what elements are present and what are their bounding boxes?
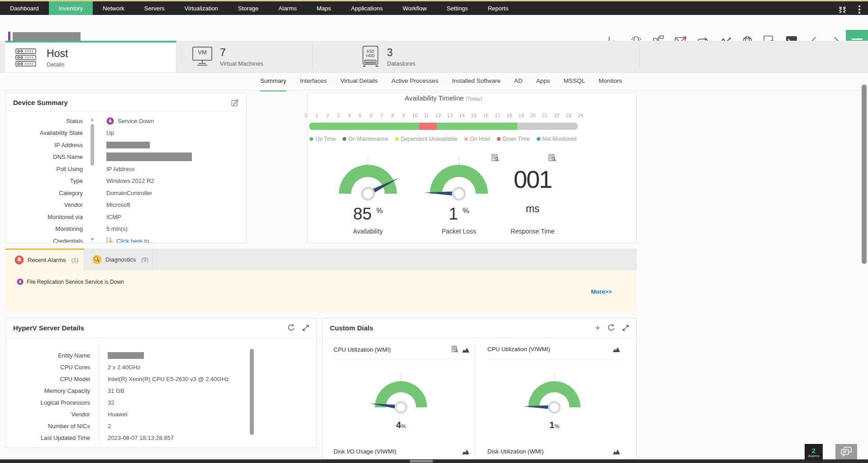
page-scrollbar-thumb[interactable] [862, 85, 867, 264]
nav-storage[interactable]: Storage [228, 1, 269, 15]
tab-diagnostics[interactable]: Diagnostics (9) [84, 248, 153, 270]
scroll-down-icon[interactable]: ▼ [89, 237, 95, 242]
credentials-link[interactable]: Click here to... [116, 238, 154, 243]
service-down-icon [106, 117, 114, 125]
timeline-hour-label: 6 [369, 113, 373, 118]
horizontal-scrollbar-track[interactable] [0, 459, 868, 463]
alarms-badge[interactable]: 2 Alarms [805, 444, 823, 460]
packet-loss-gauge [420, 152, 497, 203]
availability-title-range: (Today) [466, 96, 482, 101]
device-name-redacted [13, 32, 81, 41]
timeline-hour-label: 10 [412, 113, 418, 118]
cpu-model-value: Intel(R) Xeon(R) CPU E5-2630 v3 @ 2.40GH… [108, 376, 229, 382]
hyperv-scrollbar-thumb[interactable] [250, 349, 254, 435]
recent-alarms-icon [14, 255, 24, 265]
cpu-viwmi-gauge [520, 370, 589, 415]
timeline-bar[interactable] [309, 123, 578, 130]
hyperv-panel: HyperV Server Details Entity Name CPU Co… [5, 318, 317, 448]
device-summary-title: Device Summary [13, 99, 68, 106]
timeline-hour-label: 19 [519, 113, 524, 118]
subtab-summary[interactable]: Summary [260, 72, 286, 91]
add-dial-icon[interactable]: + [595, 325, 600, 331]
poll-using-value: IP Address [106, 166, 135, 172]
tab-host-details[interactable]: Host Details [5, 41, 176, 72]
packet-loss-report-icon[interactable] [489, 152, 501, 164]
response-time-report-icon[interactable] [546, 152, 558, 164]
response-time-label: Response Time [496, 228, 569, 235]
device-summary-scrollbar[interactable]: ▲ ▼ [89, 117, 95, 242]
device-summary-rows: Status Service Down Availability State U… [6, 115, 246, 243]
vm-icon: VM [192, 47, 213, 67]
expand-icon[interactable] [622, 325, 629, 331]
subtab-interfaces[interactable]: Interfaces [300, 72, 327, 91]
nav-settings[interactable]: Settings [437, 1, 478, 15]
memory-capacity-value: 31 GB [108, 387, 124, 394]
cpu-viwmi-dial-header: CPU Utilization (VIWMI) [487, 346, 620, 353]
dial-graph-icon[interactable] [462, 449, 469, 454]
timeline-hour-label: 22 [554, 113, 559, 118]
timeline-hour-label: 0 [304, 113, 308, 118]
timeline-hour-label: 11 [424, 113, 429, 118]
cpu-wmi-gauge [366, 370, 436, 415]
tab-divider [639, 44, 640, 69]
expand-icon[interactable] [302, 325, 309, 331]
subtab-installed-software[interactable]: Installed Software [452, 72, 501, 91]
status-value: Service Down [118, 118, 154, 124]
timeline-hour-label: 1 [315, 113, 319, 118]
subtab-monitors[interactable]: Monitors [599, 72, 622, 91]
nav-alarms[interactable]: Alarms [268, 1, 306, 15]
dials-divider [474, 342, 475, 457]
entity-tabstrip: Host Details VM 7 Virtual Machines [0, 41, 868, 73]
tab-virtual-machines[interactable]: VM 7 Virtual Machines [176, 41, 312, 72]
subtab-mssql[interactable]: MSSQL [564, 72, 585, 91]
alarms-more-link[interactable]: More>> [591, 288, 612, 295]
dial-graph-icon[interactable] [613, 449, 620, 454]
nav-dashboard[interactable]: Dashboard [0, 1, 49, 15]
dial-header-underline [334, 359, 466, 359]
subtab-apps[interactable]: Apps [536, 72, 550, 91]
nav-network[interactable]: Network [93, 1, 134, 15]
subtab-virtual-details[interactable]: Virtual Details [340, 72, 378, 91]
row-logical-processors: Logical Processors 32 [6, 396, 316, 408]
edit-icon[interactable] [231, 99, 239, 106]
recent-alarms-count: (1) [72, 257, 79, 263]
refresh-icon[interactable] [607, 324, 615, 332]
nav-servers[interactable]: Servers [134, 1, 175, 15]
dial-report-icon[interactable] [451, 346, 458, 353]
alarm-item[interactable]: File Replication Service Service is Down [17, 278, 124, 285]
nav-virtualization[interactable]: Virtualization [175, 1, 228, 15]
cpu-wmi-title: CPU Utilization (WMI) [334, 346, 391, 353]
scrollbar-thumb[interactable] [91, 124, 94, 166]
nav-maps[interactable]: Maps [307, 1, 341, 15]
row-cpu-cores: CPU Cores 2 x 2.40GHz [6, 361, 316, 373]
timeline-hour-label: 7 [380, 113, 384, 118]
cpu-wmi-value: 4% [365, 420, 437, 430]
scroll-up-icon[interactable]: ▲ [89, 117, 95, 122]
availability-title: Availability Timeline (Today) [371, 94, 516, 102]
row-hv-vendor: Vendor Huawei [6, 408, 316, 420]
nav-workflow[interactable]: Workflow [393, 1, 437, 15]
availability-label: Availability [332, 228, 404, 235]
row-entity-name: Entity Name [6, 349, 316, 361]
timeline-hour-label: 15 [471, 113, 477, 118]
collapse-icon[interactable] [836, 4, 848, 15]
chat-icon [840, 447, 852, 457]
timeline-hour-label: 8 [391, 113, 395, 118]
alarm-message[interactable]: File Replication Service Service is Down [27, 279, 124, 285]
nav-applications[interactable]: Applications [341, 1, 393, 15]
tab-recent-alarms[interactable]: Recent Alarms (1) [5, 248, 84, 270]
subtab-ad[interactable]: AD [514, 72, 523, 91]
kebab-menu-icon[interactable] [854, 4, 865, 15]
refresh-icon[interactable] [287, 324, 295, 332]
feedback-chat-button[interactable] [835, 444, 857, 459]
nav-inventory[interactable]: Inventory [49, 1, 93, 15]
vm-count: 7 [220, 47, 263, 59]
subtab-active-processes[interactable]: Active Processes [391, 72, 439, 91]
tab-datastores[interactable]: SSD HDD 3 Datastores [313, 41, 639, 72]
horizontal-scrollbar-thumb[interactable] [410, 460, 433, 463]
dial-graph-icon[interactable] [462, 347, 469, 353]
dial-graph-icon[interactable] [613, 346, 620, 352]
timeline-segment-down [419, 123, 437, 130]
availability-state-value: Up [106, 129, 114, 136]
nav-reports[interactable]: Reports [478, 1, 519, 15]
